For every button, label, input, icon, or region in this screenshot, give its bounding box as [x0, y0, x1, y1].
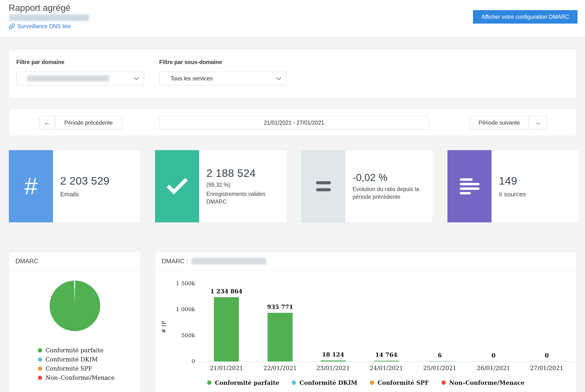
legend-label: Conformité SPF [378, 379, 429, 386]
dmarc-pie-panel: DMARC Conformité parfaite Conformité DKI… [9, 252, 141, 392]
chevron-down-icon [134, 77, 139, 80]
subdomain-filter-select[interactable]: Tous les services [159, 72, 286, 85]
x-axis-label: 23/01/2021 [317, 365, 350, 372]
legend-dot [441, 380, 446, 385]
sources-label: # sources [499, 190, 574, 198]
x-axis-label: 27/01/2021 [530, 365, 563, 372]
list-lines-icon [447, 150, 492, 222]
bar-value-label: 14 764 [375, 351, 397, 358]
emails-count: 2 203 529 [60, 175, 136, 187]
next-period-button[interactable]: Période suivante [470, 116, 529, 130]
legend-label: Non–Conforme/Menace [46, 374, 115, 381]
pie-legend: Conformité parfaite Conformité DKIM Conf… [38, 348, 115, 381]
show-dmarc-config-button[interactable]: Afficher votre configuration DMARC [473, 10, 577, 24]
subdomain-filter-label: Filtre par sous-domaine [159, 59, 222, 66]
bar-23/01/2021 [321, 360, 346, 362]
bar-24/01/2021 [374, 361, 399, 362]
filters-panel: Filtre par domaine Filtre par sous-domai… [9, 50, 576, 98]
y-axis-title: # IP [161, 321, 167, 333]
ratio-evolution-label: Evolution du ratio depuis la période pré… [353, 186, 428, 201]
legend-dot [292, 380, 296, 385]
legend-label: Conformité DKIM [46, 356, 98, 363]
x-axis-label: 24/01/2021 [370, 365, 403, 372]
stat-card-valid-dmarc: 2 188 524 (99,32 %) Enregistrements vali… [155, 150, 287, 222]
legend-dot [38, 376, 42, 380]
bar-plot: 1 234 86421/01/2021935 77122/01/202118 1… [198, 252, 574, 362]
x-axis-line [198, 362, 574, 362]
y-tick-label: 500k [164, 332, 195, 338]
bar-21/01/2021 [214, 297, 239, 362]
equals-icon [301, 150, 345, 222]
bar-panel-title: DMARC : [162, 258, 188, 265]
arrow-left-icon: ← [44, 119, 51, 126]
legend-item[interactable]: Conformité SPF [370, 380, 429, 386]
link-icon [9, 23, 15, 30]
y-tick-label: 1 500k [164, 280, 195, 286]
y-tick-label: 0 [164, 358, 195, 364]
chevron-down-icon [276, 77, 281, 80]
bar-legend: Conformité parfaite Conformité DKIM Conf… [155, 380, 576, 386]
period-navigation-panel: ← Période précédente 21/01/2021 - 27/01/… [9, 109, 576, 136]
valid-label: Enregistrements valides DMARC [206, 190, 282, 206]
legend-item[interactable]: Conformité parfaite [38, 348, 115, 353]
legend-label: Conformité DKIM [299, 379, 357, 386]
legend-item[interactable]: Conformité parfaite [207, 380, 279, 386]
legend-item[interactable]: Conformité SPF [38, 366, 115, 372]
page-title: Rapport agrégé [9, 3, 71, 13]
x-axis-label: 25/01/2021 [423, 365, 456, 372]
dmarc-aggregate-report-page: { "header": { "title": "Rapport agrégé",… [0, 0, 585, 392]
bar-22/01/2021 [267, 313, 292, 362]
stat-card-sources: 149 # sources [447, 150, 579, 222]
app-header: Rapport agrégé Surveillance DNS liée Aff… [0, 0, 585, 38]
bar-value-label: 6 [438, 352, 442, 359]
legend-label: Conformité parfaite [215, 379, 279, 386]
dns-monitoring-link[interactable]: Surveillance DNS liée [9, 23, 71, 30]
legend-label: Non–Conforme/Menace [449, 379, 524, 386]
redacted-domain-value [27, 75, 109, 82]
y-tick-label: 1 000k [164, 306, 195, 312]
dns-link-label: Surveillance DNS liée [17, 23, 71, 30]
bar-value-label: 18 124 [322, 351, 344, 358]
previous-period-arrow-button[interactable]: ← [39, 116, 55, 130]
legend-dot [38, 348, 42, 352]
legend-item[interactable]: Conformité DKIM [292, 380, 357, 386]
redacted-domain-subtitle [9, 14, 89, 21]
bar-value-label: 1 234 864 [210, 288, 242, 295]
domain-filter-label: Filtre par domaine [16, 59, 64, 66]
valid-count: 2 188 524 [206, 167, 282, 180]
legend-item[interactable]: Non–Conforme/Menace [38, 375, 115, 381]
dmarc-pie-chart [50, 280, 100, 331]
legend-label: Conformité SPF [46, 365, 92, 372]
valid-percent: (99,32 %) [206, 182, 282, 188]
x-axis-label: 26/01/2021 [477, 365, 510, 372]
legend-dot [38, 357, 42, 362]
date-range-display[interactable]: 21/01/2021 - 27/01/2021 [158, 116, 430, 130]
bar-value-label: 0 [492, 352, 496, 359]
legend-item[interactable]: Conformité DKIM [38, 357, 115, 362]
x-axis-label: 21/01/2021 [210, 365, 243, 372]
ratio-evolution-value: -0,02 % [353, 172, 428, 183]
domain-filter-select[interactable] [16, 72, 144, 85]
check-icon [155, 150, 199, 222]
legend-label: Conformité parfaite [46, 347, 104, 354]
previous-period-button[interactable]: Période précédente [55, 116, 122, 130]
bar-value-label: 935 771 [267, 304, 293, 310]
hash-icon: # [9, 150, 53, 222]
emails-label: Emails [60, 190, 136, 198]
sources-count: 149 [499, 175, 574, 187]
bar-value-label: 0 [545, 352, 549, 359]
bar-25/01/2021 [427, 361, 452, 362]
subdomain-filter-value: Tous les services [170, 75, 213, 82]
legend-dot [370, 380, 374, 385]
x-axis-label: 22/01/2021 [263, 365, 297, 372]
legend-dot [207, 380, 211, 385]
arrow-right-icon: → [534, 119, 541, 126]
dmarc-bar-panel: DMARC : # IP 1 500k 1 000k 500k 0 1 234 … [155, 252, 576, 392]
pie-panel-title: DMARC [16, 258, 38, 265]
legend-dot [38, 366, 42, 371]
stat-card-emails: # 2 203 529 Emails [9, 150, 141, 222]
stat-card-ratio-evolution: -0,02 % Evolution du ratio depuis la pér… [301, 150, 433, 222]
next-period-arrow-button[interactable]: → [529, 116, 547, 130]
legend-item[interactable]: Non–Conforme/Menace [441, 380, 524, 386]
